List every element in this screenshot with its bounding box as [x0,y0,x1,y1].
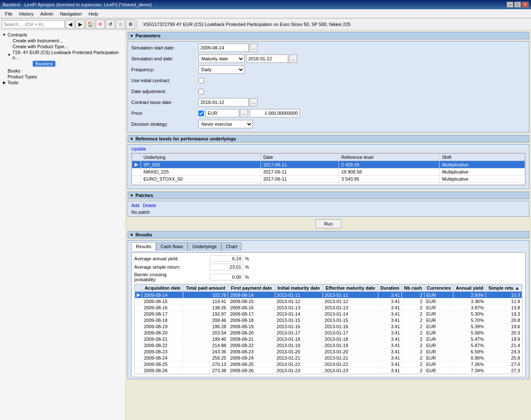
contract-issue-picker-button[interactable]: ... [250,98,258,106]
first-pmt-cell: 2009-08-21 [228,336,275,342]
menu-admin[interactable]: Admin [37,10,57,17]
ref-table-row[interactable]: ▶ SP_500 2017-06-11 2 429.39 Multiplicat… [132,161,525,169]
price-currency-input[interactable] [206,109,239,117]
underlying-cell: SP_500 [141,161,261,169]
total-paid-cell: 270.13 [183,361,228,368]
run-button[interactable]: Run [315,219,341,228]
first-pmt-cell: 2009-08-25 [228,361,275,368]
collapse-ref-icon[interactable]: ▼ [130,137,134,141]
home-button[interactable]: 🏠 [86,20,95,29]
collapse-results-icon[interactable]: ▼ [130,233,134,237]
sidebar-item-718[interactable]: ▼ 718: 4Y EUR (CS) Lookback Protected Pa… [2,49,124,60]
use-initial-checkbox[interactable] [198,78,204,83]
eff-mat-cell: 2013-01-19 [323,342,378,349]
results-table-row[interactable]: 2009-08-21 199.40 2009-08-21 2013-01-18 … [135,336,522,342]
sim-start-picker-button[interactable]: ... [250,44,258,52]
acq-date-cell: 2009-08-16 [142,305,183,311]
ref-levels-header: ▼ Reference levels for performance under… [128,135,529,143]
menu-history[interactable]: History [16,10,37,17]
results-table-row[interactable]: 2009-08-26 273.38 2009-08-26 2013-01-23 … [135,368,522,374]
nb-cash-cell: 2 [402,324,424,330]
tools-button[interactable]: ⚙ [126,20,135,29]
ref-table-row[interactable]: EURO_STOXX_50 2017-06-11 3 543.95 Multip… [132,176,525,183]
results-table-row[interactable]: 2009-08-15 119.41 2009-08-15 2013-01-12 … [135,298,522,305]
eff-mat-cell: 2013-01-13 [323,305,378,311]
date-adj-checkbox[interactable] [198,89,204,94]
tab-content-results: Average annual yield: 6.14 % Average sim… [131,252,526,377]
back-button[interactable]: ◀ [65,20,75,29]
results-table-container: Acquisition date Total paid amount First… [134,284,523,374]
stop-button[interactable]: ✕ [96,20,105,29]
sim-end-dropdown[interactable]: Maturity date [198,54,245,63]
menu-file[interactable]: File [2,10,16,17]
menu-bar: File History Admin Navigation Help [0,9,531,18]
contract-issue-input[interactable] [198,98,249,106]
row-indicator: ▶ [135,292,142,298]
results-table-row[interactable]: 2009-08-25 270.13 2009-08-25 2013-01-22 … [135,361,522,368]
sidebar-item-backtest[interactable]: Backtest [2,60,124,67]
results-table-row[interactable]: 2009-08-16 138.26 2009-08-16 2013-01-13 … [135,305,522,311]
price-picker-button[interactable]: ... [240,109,248,117]
sim-end-picker-button[interactable]: ... [289,54,297,63]
maximize-button[interactable]: □ [514,2,521,8]
backtest-label[interactable]: Backtest [33,61,55,67]
collapse-parameters-icon[interactable]: ▼ [130,34,134,38]
star-button[interactable]: ☆ [116,20,125,29]
acq-date-cell: 2009-08-24 [142,355,183,361]
sidebar-item-books[interactable]: Books [2,68,124,74]
total-paid-cell: 208.46 [183,317,228,324]
refresh-button[interactable]: ↺ [106,20,115,29]
sim-start-input[interactable] [198,44,249,52]
ref-table-row[interactable]: NIKKEI_225 2017-06-11 19 908.58 Multipli… [132,169,525,176]
decision-dropdown[interactable]: Never exercise [198,120,253,128]
collapse-patches-icon[interactable]: ▼ [130,193,134,198]
avg-simple-return-value: 23.01 [210,264,243,270]
results-table-row[interactable]: 2009-08-20 203.54 2009-08-20 2013-01-17 … [135,330,522,336]
results-table-row[interactable]: ▶ 2009-08-14 103.78 2009-08-14 2013-01-1… [135,292,522,298]
nb-cash-cell: 2 [402,349,424,355]
contract-issue-row: Contract issue date: ... [131,98,526,107]
sim-end-input[interactable] [246,54,288,63]
frequency-dropdown[interactable]: Daily [198,65,245,74]
sidebar-item-contracts[interactable]: ▼ Contracts [2,32,124,38]
acq-date-cell: 2009-08-22 [142,342,183,349]
results-table-row[interactable]: 2009-08-22 214.88 2009-08-22 2013-01-19 … [135,342,522,349]
sidebar-item-create-product[interactable]: Create with Product Type... [2,44,124,49]
total-paid-cell: 199.40 [183,336,228,342]
total-paid-cell: 203.54 [183,330,228,336]
tab-chart[interactable]: Chart [221,242,242,251]
row-indicator [132,169,141,176]
ref-table-row[interactable] [132,183,525,185]
results-table-row[interactable]: 2009-08-19 196.28 2009-08-19 2013-01-16 … [135,324,522,330]
init-mat-cell: 2013-01-17 [275,330,323,336]
results-table-row[interactable]: 2009-08-18 208.46 2009-08-18 2013-01-15 … [135,317,522,324]
th-duration: Duration [378,285,401,292]
results-table-row[interactable]: 2009-08-23 243.36 2009-08-23 2013-01-20 … [135,349,522,355]
simple-return-cell: 25.8 [486,355,522,361]
eff-mat-cell: 2013-01-18 [323,336,378,342]
tab-underlyings[interactable]: Underlyings [187,242,221,251]
menu-help[interactable]: Help [85,10,102,17]
add-patch-link[interactable]: Add [131,203,140,208]
menu-navigation[interactable]: Navigation [57,10,85,17]
minimize-button[interactable]: ─ [507,2,513,8]
delete-patch-link[interactable]: Delete [143,203,156,208]
forward-button[interactable]: ▶ [75,20,85,29]
sidebar-item-product-types[interactable]: Product Types [2,74,124,80]
close-button[interactable]: ✕ [522,2,528,8]
update-link[interactable]: Update [131,146,146,151]
th-first-pmt: First payment date [228,285,275,292]
avg-annual-yield-unit: % [245,256,249,261]
date-cell: 2017-06-11 [260,176,338,183]
price-value-input[interactable] [250,109,300,117]
currencies-cell: EUR [424,349,453,355]
price-enabled-checkbox[interactable] [198,111,204,116]
results-table-row[interactable]: 2009-08-24 258.25 2009-08-24 2013-01-21 … [135,355,522,361]
sidebar-item-tools[interactable]: ▶ Tools [2,80,124,86]
results-table-row[interactable]: 2009-08-17 192.97 2009-08-17 2013-01-14 … [135,311,522,317]
tab-results[interactable]: Results [131,242,156,251]
search-input[interactable] [2,20,65,29]
sidebar-item-create-instrument[interactable]: Create with Instrument... [2,38,124,44]
th-currencies: Currencies [424,285,453,292]
tab-cashflows[interactable]: Cash flows [156,242,188,251]
